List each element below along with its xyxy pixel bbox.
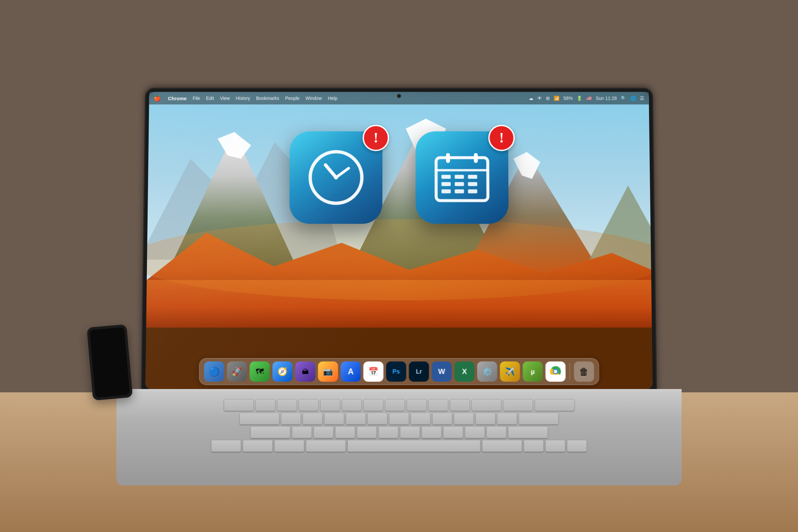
- chrome-icon[interactable]: 🌐: [630, 96, 636, 101]
- dock-word[interactable]: W: [432, 361, 452, 382]
- key-k[interactable]: [432, 413, 452, 424]
- key-m[interactable]: [422, 426, 441, 438]
- apple-menu-icon[interactable]: 🍎: [154, 95, 160, 102]
- menubar-history[interactable]: History: [236, 96, 250, 101]
- key-arrow-right[interactable]: [567, 440, 587, 452]
- dock-photos[interactable]: 🏔: [295, 361, 315, 382]
- dock-safari[interactable]: 🧭: [272, 361, 292, 382]
- calendar-app-wrapper[interactable]: !: [416, 131, 509, 224]
- keyboard-row-4: [136, 440, 662, 452]
- key-i[interactable]: [407, 399, 426, 411]
- menu-icon[interactable]: ☰: [640, 96, 644, 101]
- key-j[interactable]: [411, 413, 431, 424]
- keyboard-row-3: [136, 426, 662, 438]
- clock-badge-label: !: [374, 131, 378, 145]
- key-g[interactable]: [367, 413, 387, 424]
- key-return[interactable]: [519, 413, 558, 424]
- key-semicolon[interactable]: [475, 413, 495, 424]
- key-y[interactable]: [363, 399, 383, 411]
- key-v[interactable]: [357, 426, 377, 438]
- clock-app-icon[interactable]: !: [289, 131, 382, 224]
- key-e[interactable]: [299, 399, 319, 411]
- dock-trash[interactable]: 🗑: [574, 361, 594, 382]
- cloud-icon[interactable]: ☁: [529, 96, 533, 101]
- dock-chrome[interactable]: [545, 361, 566, 382]
- menubar-view[interactable]: View: [220, 96, 230, 101]
- menubar-people[interactable]: People: [285, 96, 300, 101]
- search-icon[interactable]: 🔍: [621, 96, 626, 101]
- dock-copilot[interactable]: ✈️: [500, 361, 520, 382]
- keyboard-row-1: [136, 399, 662, 411]
- clock-svg: [303, 145, 369, 211]
- key-a[interactable]: [281, 413, 301, 424]
- key-delete[interactable]: [535, 399, 574, 411]
- dock-lightroom[interactable]: Lr: [409, 361, 429, 382]
- key-space[interactable]: [347, 440, 480, 452]
- key-ctrl[interactable]: [243, 440, 273, 452]
- dock-photos-app[interactable]: 📷: [318, 361, 338, 382]
- key-q[interactable]: [255, 399, 275, 411]
- dock-excel[interactable]: X: [455, 361, 475, 382]
- menubar-edit[interactable]: Edit: [206, 96, 214, 101]
- key-tab[interactable]: [224, 399, 254, 411]
- dock-launchpad[interactable]: 🚀: [227, 361, 247, 382]
- calendar-notification-badge: !: [488, 125, 515, 151]
- key-slash[interactable]: [487, 426, 507, 438]
- dock-calendar[interactable]: 📅: [363, 361, 383, 382]
- key-s[interactable]: [303, 413, 323, 424]
- key-option[interactable]: [274, 440, 304, 452]
- key-b[interactable]: [378, 426, 398, 438]
- key-o[interactable]: [428, 399, 448, 411]
- key-w[interactable]: [277, 399, 297, 411]
- dock-appstore[interactable]: A: [341, 361, 361, 382]
- key-cmd-left[interactable]: [306, 440, 346, 452]
- key-bracket-open[interactable]: [472, 399, 501, 411]
- menubar-window[interactable]: Window: [306, 96, 322, 101]
- key-caps[interactable]: [240, 413, 279, 424]
- calendar-app-icon[interactable]: !: [416, 131, 509, 224]
- menubar-bookmarks[interactable]: Bookmarks: [256, 96, 279, 101]
- key-period[interactable]: [465, 426, 485, 438]
- svg-point-18: [334, 175, 338, 179]
- menubar-file[interactable]: File: [192, 96, 200, 101]
- eye-icon[interactable]: 👁: [537, 96, 542, 101]
- menubar-help[interactable]: Help: [328, 96, 338, 101]
- key-t[interactable]: [342, 399, 362, 411]
- key-z[interactable]: [292, 426, 312, 438]
- key-u[interactable]: [385, 399, 405, 411]
- key-quote[interactable]: [497, 413, 517, 424]
- menubar-app-name[interactable]: Chrome: [168, 95, 187, 101]
- mirror-icon[interactable]: ⊞: [546, 96, 550, 101]
- key-fn[interactable]: [211, 440, 241, 452]
- key-arrow-up[interactable]: [545, 440, 565, 452]
- wifi-icon[interactable]: 📶: [554, 96, 559, 101]
- key-shift-right[interactable]: [508, 426, 548, 438]
- key-p[interactable]: [450, 399, 470, 411]
- svg-rect-29: [441, 189, 451, 193]
- svg-line-16: [325, 165, 336, 177]
- key-comma[interactable]: [443, 426, 463, 438]
- dock-utorrent[interactable]: µ: [523, 361, 543, 382]
- dock-maps[interactable]: 🗺: [249, 361, 270, 382]
- key-r[interactable]: [320, 399, 340, 411]
- dock-sysprefs[interactable]: ⚙️: [477, 361, 497, 382]
- camera: [397, 94, 401, 98]
- laptop-lid: 🍎 Chrome File Edit View History Bookmark…: [141, 88, 657, 393]
- clock-app-wrapper[interactable]: !: [289, 131, 382, 224]
- key-c[interactable]: [335, 426, 355, 438]
- key-arrow-left[interactable]: [524, 440, 544, 452]
- key-h[interactable]: [389, 413, 409, 424]
- key-n[interactable]: [400, 426, 420, 438]
- dock-photoshop[interactable]: Ps: [386, 361, 406, 382]
- dock-divider: [570, 363, 570, 380]
- key-shift-left[interactable]: [250, 426, 290, 438]
- key-d[interactable]: [324, 413, 344, 424]
- key-l[interactable]: [454, 413, 474, 424]
- key-f[interactable]: [346, 413, 366, 424]
- key-x[interactable]: [314, 426, 334, 438]
- key-bracket-close[interactable]: [503, 399, 533, 411]
- language-icon: 🇺🇸: [586, 96, 592, 101]
- dock: 🔵 🚀 🗺 🧭 🏔: [199, 358, 599, 385]
- key-cmd-right[interactable]: [482, 440, 522, 452]
- dock-finder[interactable]: 🔵: [204, 361, 224, 382]
